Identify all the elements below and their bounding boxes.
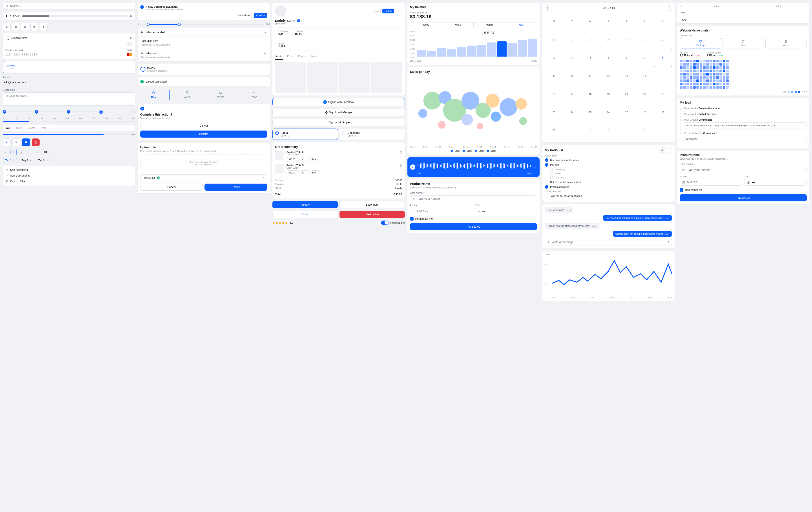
ghost-button[interactable]: Ghost bbox=[272, 211, 338, 218]
todo-item[interactable]: ✓Pay bills bbox=[545, 163, 672, 167]
heart-icon[interactable] bbox=[12, 23, 20, 31]
todo-sub-checkbox[interactable] bbox=[550, 176, 553, 179]
play-circle-icon[interactable] bbox=[410, 164, 415, 170]
unit-select[interactable]: Box ⌄ bbox=[310, 170, 320, 175]
tag-1[interactable]: Tag 1 ✕ bbox=[3, 158, 18, 163]
bar[interactable] bbox=[487, 43, 496, 57]
calendar-day[interactable]: 15 bbox=[654, 67, 672, 85]
pager-3[interactable]: 3 bbox=[26, 149, 33, 155]
dropzone[interactable]: Drag and drop your files here or click t… bbox=[140, 155, 267, 172]
calendar-day[interactable]: 1 bbox=[563, 121, 581, 139]
chat-icon[interactable] bbox=[30, 23, 38, 31]
bar[interactable] bbox=[417, 50, 426, 57]
cvc-input-2[interactable] bbox=[752, 181, 804, 184]
calendar-day[interactable]: 28 bbox=[581, 31, 599, 49]
step-4-current[interactable] bbox=[99, 110, 103, 114]
sort-desc[interactable]: Sort Descending bbox=[5, 174, 133, 177]
upload-submit-button[interactable]: Upload bbox=[204, 184, 267, 191]
range-month[interactable]: Month bbox=[473, 23, 505, 27]
step-2[interactable]: ✓ bbox=[35, 110, 38, 114]
tab-month[interactable]: Month bbox=[26, 126, 37, 130]
user-icon[interactable] bbox=[3, 23, 10, 31]
chat-input[interactable] bbox=[552, 240, 666, 244]
message-icon[interactable] bbox=[22, 138, 30, 146]
calendar-day[interactable]: 31 bbox=[636, 31, 654, 49]
destructive-button[interactable]: Destructive bbox=[340, 211, 405, 218]
media-thumb[interactable] bbox=[371, 62, 402, 93]
tab-day[interactable]: Day bbox=[3, 126, 12, 130]
todo-item[interactable]: Take the car for an oil change bbox=[545, 194, 672, 198]
accordion-header-0[interactable]: Accordion expanded bbox=[138, 28, 270, 37]
calendar-day[interactable]: 24 bbox=[563, 103, 581, 122]
step-3[interactable]: ✓ bbox=[67, 110, 70, 114]
bar[interactable] bbox=[437, 48, 446, 57]
todo-checkbox[interactable]: ✓ bbox=[545, 158, 548, 162]
bar[interactable] bbox=[467, 46, 476, 57]
media-thumb[interactable] bbox=[339, 62, 370, 93]
todo-checkbox[interactable]: ✓ bbox=[545, 185, 548, 189]
todo-item[interactable]: ✓Presentation prep bbox=[545, 185, 672, 189]
calendar-day[interactable]: 23 bbox=[545, 103, 563, 122]
accordion-header-2[interactable]: Accordion item bbox=[141, 52, 267, 55]
expire-input-2[interactable] bbox=[687, 181, 740, 184]
signin-apple-button[interactable]: Sign in with Apple bbox=[272, 119, 405, 126]
type-desktop[interactable]: Desktop bbox=[680, 38, 721, 48]
media-thumb[interactable] bbox=[275, 62, 306, 93]
play-icon[interactable] bbox=[5, 15, 8, 18]
update-confirm-button[interactable]: Confirm bbox=[254, 13, 267, 18]
table-row[interactable]: Row 1 bbox=[677, 9, 810, 16]
remember-checkbox[interactable]: ✓ bbox=[410, 217, 413, 220]
calendar-day[interactable]: 5 bbox=[599, 49, 618, 67]
range-today[interactable]: Today bbox=[410, 23, 442, 27]
todo-item[interactable]: Call the dentist for a check-up bbox=[545, 180, 672, 184]
step-1[interactable]: ✓ bbox=[3, 110, 6, 114]
card-number-input-2[interactable] bbox=[687, 168, 805, 171]
confirm-cancel-button[interactable]: Cancel bbox=[140, 122, 267, 129]
media-thumb[interactable] bbox=[307, 62, 338, 93]
calendar-day[interactable]: 9 bbox=[545, 67, 563, 85]
signin-google-button[interactable]: G Sign in with Google bbox=[272, 109, 405, 116]
tag-3[interactable]: Tag 3 ✕ bbox=[36, 158, 51, 163]
profile-tab-replies[interactable]: Replies bbox=[298, 53, 307, 60]
profile-tab-likes[interactable]: Likes bbox=[311, 53, 317, 60]
calendar-day[interactable]: 29 bbox=[599, 31, 618, 49]
bar[interactable] bbox=[427, 51, 436, 57]
tab-year[interactable]: Year bbox=[39, 126, 48, 130]
radio-input[interactable] bbox=[275, 131, 279, 135]
calendar-day[interactable]: 16 bbox=[545, 85, 563, 103]
bar[interactable] bbox=[457, 47, 466, 57]
calendar-day[interactable]: 2 bbox=[545, 49, 563, 67]
waveform[interactable] bbox=[417, 160, 532, 171]
type-mobile[interactable]: Mobile bbox=[765, 38, 807, 48]
expire-input[interactable] bbox=[417, 210, 470, 213]
icon-tab-week[interactable]: Week bbox=[171, 89, 203, 101]
range-handle-left[interactable] bbox=[147, 23, 150, 26]
star-icon[interactable] bbox=[21, 23, 29, 31]
upload-cancel-button[interactable]: Cancel bbox=[140, 184, 203, 191]
calendar-day[interactable]: 30 bbox=[545, 121, 563, 139]
confirm-confirm-button[interactable]: Confirm bbox=[140, 131, 267, 138]
sparkle-icon[interactable]: ✦ bbox=[667, 240, 669, 243]
todo-checkbox[interactable] bbox=[545, 180, 548, 184]
calendar-next[interactable] bbox=[667, 5, 672, 10]
calendar-day[interactable]: 26 bbox=[599, 103, 618, 122]
follow-button[interactable]: Follow bbox=[382, 8, 394, 14]
sparkle-icon[interactable]: ✦ bbox=[3, 138, 10, 146]
icon-tab-month[interactable]: Month bbox=[205, 89, 236, 101]
tag-2[interactable]: Tag 2 ✕ bbox=[19, 158, 34, 163]
todo-sub-checkbox[interactable] bbox=[550, 172, 553, 175]
install-now-button[interactable]: Install Now bbox=[236, 13, 253, 18]
trash-icon[interactable] bbox=[32, 138, 39, 146]
remember-checkbox-2[interactable]: ✓ bbox=[680, 188, 684, 192]
calendar-day[interactable]: 6 bbox=[617, 49, 636, 67]
calendar-day[interactable]: 7 bbox=[636, 49, 654, 67]
edit-icon[interactable] bbox=[660, 147, 665, 153]
bar[interactable] bbox=[508, 43, 517, 57]
document-icon[interactable] bbox=[39, 23, 48, 31]
table-row[interactable]: Row 2 bbox=[677, 16, 810, 23]
pager-next[interactable] bbox=[50, 149, 56, 155]
sort-asc[interactable]: Sort Ascending bbox=[5, 168, 133, 171]
bar[interactable] bbox=[528, 39, 537, 57]
todo-checkbox[interactable]: ✓ bbox=[545, 163, 548, 167]
filter-icon[interactable] bbox=[12, 138, 20, 146]
